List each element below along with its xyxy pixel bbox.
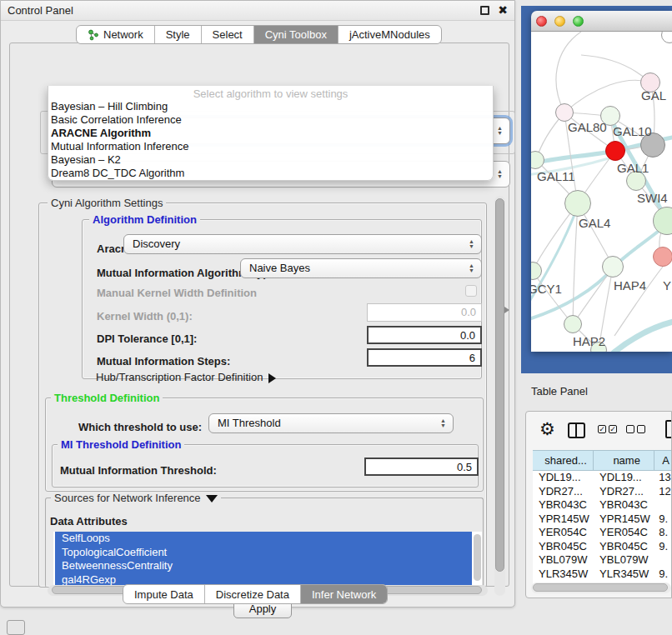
node-label-y: Y (663, 278, 671, 292)
cell-value[interactable]: 13 (654, 471, 672, 485)
tab-network[interactable]: Network (77, 26, 155, 43)
deselect-all-icon[interactable] (626, 425, 645, 433)
cell-value[interactable]: 9. (654, 540, 672, 554)
cell-name[interactable]: YER054C (594, 526, 654, 540)
attribute-item-selfloops[interactable]: SelfLoops (55, 532, 472, 546)
minimize-traffic-light-icon[interactable] (554, 16, 565, 27)
document-icon[interactable] (665, 420, 672, 438)
table-row[interactable]: YBL079W YBL079W (533, 553, 672, 568)
tab-cyni-toolbox[interactable]: Cyni Toolbox (254, 26, 339, 43)
mi-type-combo[interactable]: Naive Bayes ▲▼ (240, 258, 482, 278)
dropdown-item-basic-correlation[interactable]: Basic Correlation Inference (48, 113, 493, 127)
collapsed-panel-button[interactable] (7, 620, 25, 635)
table-row[interactable]: YER054C YER054C 8. (533, 526, 672, 540)
tab-jactivemnodules[interactable]: jActiveMNodules (339, 26, 441, 43)
close-traffic-light-icon[interactable] (536, 16, 547, 27)
dropdown-item-aracne[interactable]: ARACNE Algorithm (48, 127, 493, 140)
node-y[interactable] (653, 247, 672, 267)
kernel-width-field[interactable]: 0.0 (367, 303, 482, 322)
network-window-titlebar[interactable] (531, 11, 672, 32)
cell-shared-name[interactable]: YLR345W (533, 568, 594, 582)
cell-value[interactable]: 12 (654, 485, 672, 499)
attribute-list-scrollbar-thumb[interactable] (474, 534, 481, 581)
cell-shared-name[interactable]: YBR045C (533, 540, 594, 554)
tab-style[interactable]: Style (155, 26, 202, 43)
tab-network-label: Network (103, 28, 143, 41)
cell-shared-name[interactable]: YBL079W (533, 553, 594, 568)
cell-shared-name[interactable]: YDL19... (533, 471, 594, 485)
cell-shared-name[interactable]: YDR27... (533, 485, 594, 499)
mi-threshold-field[interactable]: 0.5 (364, 458, 479, 476)
split-panes-icon[interactable] (568, 422, 585, 438)
node-hap4[interactable] (602, 256, 624, 278)
cell-name[interactable]: YBR045C (594, 540, 654, 554)
which-threshold-combo[interactable]: MI Threshold ▲▼ (208, 413, 454, 433)
sources-group-toggle[interactable]: Sources for Network Inference (51, 492, 221, 504)
screen: Control Panel ✖ Network Style Select (0, 0, 672, 635)
node-gal4[interactable] (564, 190, 591, 217)
split-pane-collapse-arrow[interactable] (504, 307, 509, 313)
dpi-tolerance-field[interactable]: 0.0 (367, 326, 482, 344)
column-header-name[interactable]: name (594, 451, 654, 470)
tab-cyni-toolbox-label: Cyni Toolbox (265, 28, 327, 41)
combo-stepper-icon: ▲▼ (495, 126, 504, 136)
table-row[interactable]: YPR145W YPR145W 9. (533, 512, 672, 527)
cell-name[interactable]: YBR043C (594, 498, 654, 512)
column-header-partial[interactable]: A (654, 451, 672, 470)
attribute-item-betweennesscentrality[interactable]: BetweennessCentrality (55, 559, 472, 573)
cell-value[interactable]: 8. (654, 526, 672, 540)
network-canvas[interactable]: GAL GAL80 GAL10 GAL1 GAL11 SWI4 GAL4 GCY… (531, 32, 672, 352)
tab-discretize-data[interactable]: Discretize Data (205, 585, 301, 603)
mi-threshold-label: Mutual Information Threshold: (60, 464, 217, 477)
table-toolbar: ⚙ ✓ ✓ (526, 412, 671, 450)
table-row[interactable]: YLR345W YLR345W 9. (533, 568, 672, 582)
column-header-shared[interactable]: shared... (533, 451, 594, 470)
cell-name[interactable]: YPR145W (594, 512, 654, 527)
aracne-mode-combo[interactable]: Discovery ▲▼ (123, 234, 482, 254)
settings-gear-icon[interactable]: ⚙ (539, 419, 555, 439)
tab-infer-network[interactable]: Infer Network (301, 585, 387, 603)
cell-name[interactable]: YDL19... (594, 471, 654, 485)
dropdown-item-bayesian-k2[interactable]: Bayesian – K2 (48, 153, 493, 167)
cell-name[interactable]: YLR345W (594, 568, 654, 582)
node-label-gcy1: GCY1 (531, 282, 562, 296)
cell-shared-name[interactable]: YPR145W (533, 512, 594, 527)
attribute-item-topologicalcoefficient[interactable]: TopologicalCoefficient (55, 546, 472, 560)
cell-value[interactable]: 9. (654, 568, 672, 582)
hub-definition-toggle[interactable]: Hub/Transcription Factor Definition (96, 371, 276, 383)
cell-name[interactable]: YBL079W (594, 553, 654, 568)
node-gal1[interactable] (605, 141, 625, 161)
manual-kernel-checkbox[interactable] (465, 285, 477, 297)
table-row[interactable]: YDL19... YDL19... 13 (533, 471, 672, 485)
node-hap2[interactable] (564, 315, 582, 333)
select-all-icon[interactable]: ✓ ✓ (598, 425, 617, 433)
settings-vertical-scrollbar-thumb[interactable] (495, 198, 504, 572)
cell-shared-name[interactable]: YER054C (533, 526, 594, 540)
dropdown-item-mutual-information[interactable]: Mutual Information Inference (48, 140, 493, 153)
dropdown-item-dream8[interactable]: Dream8 DC_TDC Algorithm (48, 167, 493, 180)
table-horizontal-scrollbar[interactable] (531, 582, 671, 593)
dropdown-item-bayesian-hill-climbing[interactable]: Bayesian – Hill Climbing (48, 100, 493, 113)
tab-select[interactable]: Select (202, 26, 254, 43)
control-panel-titlebar: Control Panel ✖ (1, 1, 514, 21)
cell-name[interactable]: YDR27... (594, 485, 654, 499)
tab-impute-data[interactable]: Impute Data (123, 585, 205, 603)
zoom-traffic-light-icon[interactable] (573, 16, 584, 27)
dropdown-prompt: Select algorithm to view settings (48, 86, 493, 100)
settings-vertical-scrollbar[interactable] (494, 196, 505, 596)
table-horizontal-scrollbar-thumb[interactable] (533, 583, 668, 592)
node-label-gal11: GAL11 (537, 169, 575, 183)
table-row[interactable]: YBR045C YBR045C 9. (533, 540, 672, 554)
attribute-list-scrollbar[interactable] (474, 534, 481, 584)
node-gal80[interactable] (555, 103, 574, 122)
mi-steps-field[interactable]: 6 (367, 348, 482, 367)
node-label-gal10: GAL10 (613, 124, 652, 138)
table-row[interactable]: YBR043C YBR043C (533, 498, 672, 512)
close-window-icon[interactable]: ✖ (498, 3, 508, 17)
table-row[interactable]: YDR27... YDR27... 12 (533, 485, 672, 499)
cell-shared-name[interactable]: YBR043C (533, 498, 594, 512)
cell-value[interactable]: 9. (654, 512, 672, 527)
float-window-icon[interactable] (480, 6, 489, 15)
cell-value[interactable] (654, 553, 672, 568)
cell-value[interactable] (654, 498, 672, 512)
